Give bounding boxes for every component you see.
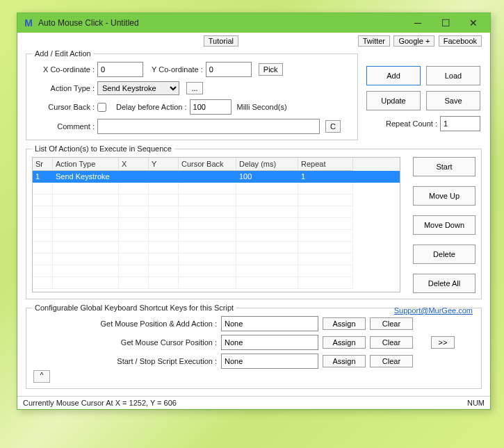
- col-x[interactable]: X: [119, 158, 149, 171]
- minimize-button[interactable]: ─: [404, 15, 432, 31]
- save-button[interactable]: Save: [426, 91, 480, 110]
- add-edit-legend: Add / Edit Action: [32, 49, 94, 58]
- move-up-button[interactable]: Move Up: [413, 186, 475, 206]
- delete-all-button[interactable]: Delete All: [413, 274, 475, 293]
- delete-button[interactable]: Delete: [413, 244, 475, 264]
- table-row[interactable]: 1 Send Keystroke 100 1: [33, 171, 400, 183]
- maximize-button[interactable]: ☐: [432, 15, 460, 31]
- update-button[interactable]: Update: [366, 91, 421, 110]
- googleplus-button[interactable]: Google +: [393, 35, 434, 47]
- action-grid[interactable]: Sr Action Type X Y Cursor Back Delay (ms…: [32, 157, 400, 292]
- clear3-button[interactable]: Clear: [370, 355, 413, 367]
- close-button[interactable]: ✕: [460, 15, 487, 31]
- col-delay[interactable]: Delay (ms): [236, 158, 298, 171]
- col-y[interactable]: Y: [149, 158, 179, 171]
- clear2-button[interactable]: Clear: [370, 336, 413, 349]
- support-link[interactable]: Support@MurGee.com: [394, 306, 473, 315]
- add-button[interactable]: Add: [366, 66, 421, 85]
- repeat-count-label: Repeat Count :: [386, 119, 437, 128]
- delay-unit-label: Milli Second(s): [237, 103, 287, 111]
- comment-input[interactable]: [97, 119, 320, 134]
- shortcut3-input[interactable]: [221, 354, 318, 369]
- table-row[interactable]: [33, 254, 400, 265]
- cursor-back-checkbox[interactable]: [97, 103, 106, 112]
- table-row[interactable]: [33, 277, 400, 289]
- table-row[interactable]: [33, 206, 400, 218]
- caret-up-button[interactable]: ^: [33, 370, 50, 383]
- action-type-label: Action Type :: [32, 84, 95, 92]
- table-row[interactable]: [33, 265, 400, 277]
- shortcut1-input[interactable]: [221, 316, 318, 331]
- action-options-button[interactable]: ...: [186, 82, 203, 94]
- table-row[interactable]: [33, 194, 400, 206]
- tutorial-button[interactable]: Tutorial: [204, 35, 238, 47]
- table-row[interactable]: [33, 242, 400, 254]
- comment-label: Comment :: [32, 122, 95, 131]
- shortcut3-label: Start / Stop Script Execution :: [32, 357, 217, 365]
- table-row[interactable]: [33, 183, 400, 194]
- delay-label: Delay before Action :: [116, 103, 187, 111]
- twitter-button[interactable]: Twitter: [358, 35, 390, 47]
- cursor-back-label: Cursor Back :: [32, 103, 95, 111]
- move-down-button[interactable]: Move Down: [413, 215, 475, 235]
- x-coord-input[interactable]: [97, 62, 143, 77]
- x-coord-label: X Co-ordinate :: [32, 65, 95, 74]
- load-button[interactable]: Load: [426, 66, 480, 85]
- status-text: Currently Mouse Cursor At X = 1252, Y = …: [23, 399, 177, 407]
- clear-comment-button[interactable]: C: [325, 120, 341, 133]
- assign3-button[interactable]: Assign: [323, 355, 366, 367]
- window-title: Auto Mouse Click - Untitled: [38, 18, 404, 28]
- table-row[interactable]: [33, 218, 400, 230]
- y-coord-input[interactable]: [206, 62, 252, 77]
- app-icon: M: [23, 17, 34, 28]
- shortcut2-input[interactable]: [221, 335, 318, 350]
- assign2-button[interactable]: Assign: [323, 336, 366, 349]
- facebook-button[interactable]: Facebook: [439, 35, 482, 47]
- col-action[interactable]: Action Type: [53, 158, 119, 171]
- app-window: M Auto Mouse Click - Untitled ─ ☐ ✕ Tuto…: [17, 13, 491, 410]
- list-legend: List Of Action(s) to Execute in Sequence: [32, 144, 174, 153]
- numlock-indicator: NUM: [467, 399, 485, 407]
- assign1-button[interactable]: Assign: [323, 317, 366, 330]
- start-button[interactable]: Start: [413, 157, 475, 176]
- col-sr[interactable]: Sr: [33, 158, 53, 171]
- clear1-button[interactable]: Clear: [370, 317, 413, 330]
- action-type-select[interactable]: Send Keystroke: [97, 81, 179, 95]
- delay-input[interactable]: [190, 99, 231, 115]
- shortcuts-legend: Configurable Global Keyboard Shortcut Ke…: [32, 304, 236, 312]
- titlebar[interactable]: M Auto Mouse Click - Untitled ─ ☐ ✕: [17, 13, 490, 33]
- col-cursor-back[interactable]: Cursor Back: [179, 158, 236, 171]
- y-coord-label: Y Co-ordinate :: [152, 65, 203, 74]
- expand-button[interactable]: >>: [431, 336, 455, 349]
- repeat-count-input[interactable]: [440, 116, 480, 131]
- shortcut2-label: Get Mouse Cursor Position :: [32, 338, 217, 347]
- table-row[interactable]: [33, 230, 400, 242]
- shortcut1-label: Get Mouse Position & Add Action :: [32, 320, 217, 328]
- pick-button[interactable]: Pick: [259, 63, 283, 76]
- col-repeat[interactable]: Repeat: [298, 158, 353, 171]
